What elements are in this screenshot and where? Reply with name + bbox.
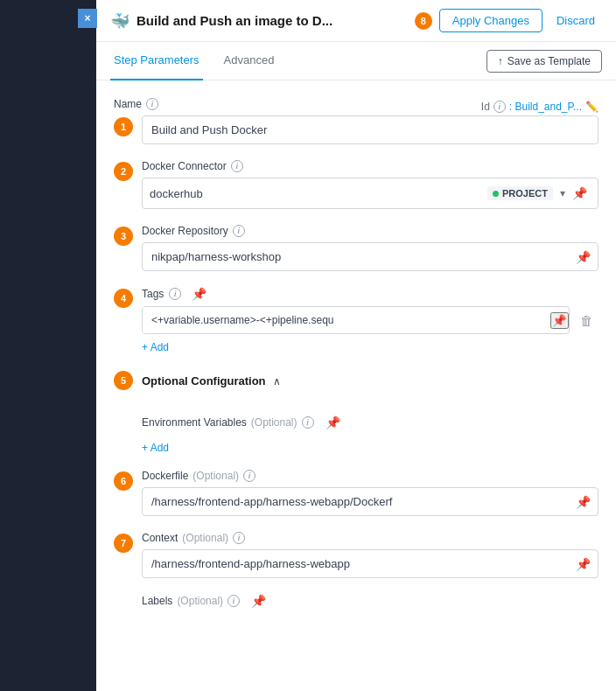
docker-repo-row: 3 Docker Repository i 📌 — [114, 225, 598, 271]
tags-row: 4 Tags i 📌 📌 🗑 — [114, 287, 598, 353]
docker-connector-wrapper: dockerhub PROJECT ▾ 📌 — [142, 178, 598, 209]
step-3-indicator: 3 — [114, 227, 133, 246]
id-info-icon[interactable]: i — [494, 101, 506, 113]
sidebar: × — [0, 0, 96, 691]
context-row: 7 Context (Optional) i 📌 — [114, 532, 598, 578]
tag-pin-button[interactable]: 📌 — [550, 312, 569, 329]
dockerfile-optional: (Optional) — [192, 470, 239, 482]
context-info-icon[interactable]: i — [233, 532, 245, 544]
docker-repo-info-icon[interactable]: i — [233, 225, 245, 237]
page-title: Build and Push an image to D... — [136, 13, 415, 28]
tab-step-parameters[interactable]: Step Parameters — [110, 42, 203, 80]
name-field-row: Name i Id i : Build_and_P... ✏️ 1 — [114, 98, 598, 144]
name-label: Name i — [114, 98, 158, 110]
main-content: 🐳 Build and Push an image to D... 8 Appl… — [96, 0, 616, 691]
id-edit-icon[interactable]: ✏️ — [585, 101, 598, 113]
id-value: : Build_and_P... — [509, 101, 582, 113]
tag-input-row: 📌 🗑 — [142, 306, 598, 334]
tabs-bar: Step Parameters Advanced ↑ Save as Templ… — [96, 42, 616, 80]
name-input[interactable] — [143, 116, 598, 143]
tab-advanced[interactable]: Advanced — [220, 42, 278, 80]
tags-pin-button[interactable]: 📌 — [188, 287, 210, 301]
docker-repo-label: Docker Repository i — [142, 225, 598, 237]
tags-field-wrapper: Tags i 📌 📌 🗑 + Add — [142, 287, 598, 353]
step-5-indicator: 5 — [114, 371, 133, 390]
docker-icon: 🐳 — [110, 11, 130, 31]
docker-repo-input[interactable] — [143, 243, 569, 270]
optional-config-section: 5 Optional Configuration ∧ — [114, 369, 598, 400]
step-6-indicator: 6 — [114, 471, 133, 491]
step-4-indicator: 4 — [114, 289, 133, 308]
save-template-label: Save as Template — [508, 55, 591, 67]
env-vars-add-button[interactable]: + Add — [142, 442, 169, 454]
dockerfile-pin-button[interactable]: 📌 — [569, 495, 598, 509]
discard-button[interactable]: Discard — [550, 10, 602, 31]
context-label: Context (Optional) i — [142, 532, 598, 544]
context-input[interactable] — [143, 550, 569, 577]
optional-config-wrapper: Optional Configuration ∧ — [142, 369, 598, 400]
step-7-indicator: 7 — [114, 534, 133, 553]
name-field-wrapper — [142, 115, 598, 144]
optional-config-header: Optional Configuration ∧ — [142, 374, 598, 387]
dockerfile-info-icon[interactable]: i — [243, 470, 256, 482]
dockerfile-input-wrapper: 📌 — [142, 487, 598, 516]
name-info-icon[interactable]: i — [146, 98, 158, 110]
dockerfile-label: Dockerfile (Optional) i — [142, 470, 598, 482]
context-input-wrapper: 📌 — [142, 549, 598, 578]
name-input-wrapper — [142, 115, 598, 144]
labels-pin-button[interactable]: 📌 — [248, 594, 270, 608]
context-field-wrapper: Context (Optional) i 📌 — [142, 532, 598, 578]
dockerfile-field-wrapper: Dockerfile (Optional) i 📌 — [142, 470, 598, 516]
labels-row: Labels (Optional) i 📌 — [114, 594, 598, 608]
optional-config-title: Optional Configuration — [142, 374, 266, 387]
labels-label: Labels (Optional) i 📌 — [142, 594, 598, 608]
connector-chevron-button[interactable]: ▾ — [556, 187, 569, 199]
connector-name-value: dockerhub — [150, 187, 487, 200]
connector-pin-button[interactable]: 📌 — [569, 186, 591, 200]
docker-repo-field-wrapper: Docker Repository i 📌 — [142, 225, 598, 271]
form-area: Name i Id i : Build_and_P... ✏️ 1 — [96, 80, 616, 691]
docker-repo-pin-button[interactable]: 📌 — [569, 250, 598, 264]
labels-optional: (Optional) — [177, 595, 223, 607]
labels-info-icon[interactable]: i — [228, 595, 240, 607]
docker-connector-label: Docker Connector i — [142, 160, 598, 172]
optional-config-chevron-icon[interactable]: ∧ — [273, 375, 281, 387]
save-template-icon: ↑ — [498, 55, 503, 67]
docker-connector-row: 2 Docker Connector i dockerhub PROJECT — [114, 160, 598, 209]
docker-connector-field-wrapper: Docker Connector i dockerhub PROJECT ▾ 📌 — [142, 160, 598, 209]
connector-status-dot — [493, 191, 499, 197]
dockerfile-row: 6 Dockerfile (Optional) i 📌 — [114, 470, 598, 516]
id-section: Id i : Build_and_P... ✏️ — [481, 101, 598, 113]
step-badge: 8 — [415, 12, 432, 30]
header: 🐳 Build and Push an image to D... 8 Appl… — [96, 0, 616, 42]
docker-connector-info-icon[interactable]: i — [231, 160, 243, 172]
apply-changes-button[interactable]: Apply Changes — [439, 9, 542, 32]
dockerfile-input[interactable] — [143, 488, 569, 515]
tags-add-button[interactable]: + Add — [142, 341, 169, 353]
tags-label: Tags — [142, 288, 164, 300]
context-pin-button[interactable]: 📌 — [569, 557, 598, 571]
step-1-indicator: 1 — [114, 117, 133, 136]
env-vars-info-icon[interactable]: i — [302, 416, 314, 429]
tag-delete-button[interactable]: 🗑 — [575, 313, 598, 328]
header-actions: 8 Apply Changes Discard — [415, 9, 602, 32]
env-vars-row: Environment Variables (Optional) i 📌 + A… — [114, 415, 598, 454]
step-2-indicator: 2 — [114, 162, 133, 181]
env-vars-optional: (Optional) — [251, 416, 298, 429]
tag-input[interactable] — [143, 307, 550, 333]
connector-scope-label: PROJECT — [502, 188, 548, 199]
env-vars-label: Environment Variables (Optional) i 📌 — [142, 415, 598, 429]
tag-input-wrapper: 📌 — [142, 306, 570, 334]
tags-info-icon[interactable]: i — [169, 288, 181, 300]
save-as-template-button[interactable]: ↑ Save as Template — [486, 50, 602, 73]
connector-badge: PROJECT — [487, 186, 553, 200]
env-vars-pin-button[interactable]: 📌 — [322, 415, 344, 429]
context-optional: (Optional) — [182, 532, 228, 544]
docker-repo-input-wrapper: 📌 — [142, 242, 598, 271]
sidebar-close-button[interactable]: × — [78, 9, 97, 28]
